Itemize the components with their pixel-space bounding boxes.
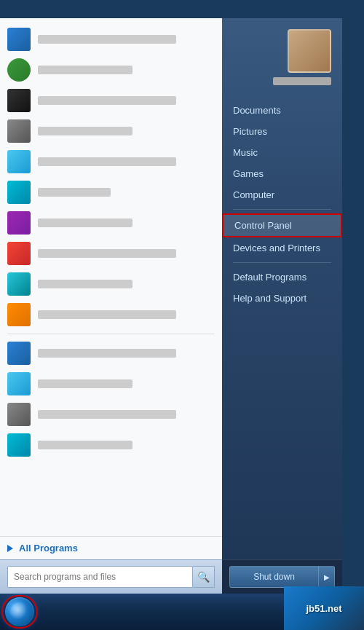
program-label — [38, 66, 132, 74]
start-orb-inner — [10, 602, 29, 621]
list-item[interactable] — [0, 208, 222, 238]
start-orb[interactable] — [4, 596, 36, 628]
program-label — [38, 96, 176, 105]
shutdown-button[interactable]: Shut down — [229, 566, 319, 588]
list-item[interactable] — [0, 55, 222, 85]
list-item[interactable] — [0, 338, 222, 369]
right-item-devices[interactable]: Devices and Printers — [222, 237, 342, 259]
right-item-help[interactable]: Help and Support — [222, 288, 342, 309]
program-icon — [7, 150, 31, 173]
program-label — [38, 188, 111, 197]
right-item-games[interactable]: Games — [222, 163, 342, 184]
list-item[interactable] — [0, 146, 222, 177]
program-label — [38, 218, 132, 227]
program-icon — [7, 58, 31, 82]
program-label — [38, 157, 176, 166]
program-label — [38, 127, 132, 135]
list-item[interactable] — [0, 85, 222, 116]
search-button[interactable]: 🔍 — [193, 566, 215, 588]
program-label — [38, 249, 176, 258]
right-item-default[interactable]: Default Programs — [222, 267, 342, 288]
program-icon — [7, 242, 31, 265]
divider — [7, 334, 215, 334]
list-item[interactable] — [0, 177, 222, 208]
user-area — [222, 18, 342, 92]
program-label — [38, 35, 176, 44]
start-button[interactable] — [0, 594, 39, 630]
right-item-pictures[interactable]: Pictures — [222, 121, 342, 142]
list-item[interactable] — [0, 299, 222, 330]
list-item[interactable] — [0, 269, 222, 299]
right-divider — [233, 209, 331, 210]
program-label — [38, 349, 176, 358]
all-programs-label: All Programs — [19, 543, 78, 554]
start-menu: All Programs 🔍 Documents Pictures Music … — [0, 18, 342, 594]
program-label — [38, 310, 176, 319]
watermark: jb51.net — [284, 586, 364, 630]
right-item-music[interactable]: Music — [222, 142, 342, 163]
program-icon — [7, 28, 31, 51]
avatar — [288, 29, 331, 73]
right-item-computer[interactable]: Computer — [222, 184, 342, 205]
list-item[interactable] — [0, 399, 222, 430]
start-menu-body: All Programs 🔍 Documents Pictures Music … — [0, 18, 342, 594]
right-item-documents[interactable]: Documents — [222, 100, 342, 121]
all-programs-arrow-icon — [7, 545, 13, 552]
program-label — [38, 441, 132, 449]
search-bar: 🔍 — [0, 559, 222, 594]
program-label — [38, 280, 132, 288]
watermark-text: jb51.net — [306, 603, 341, 614]
list-item[interactable] — [0, 369, 222, 399]
program-icon — [7, 211, 31, 235]
program-icon — [7, 119, 31, 143]
list-item[interactable] — [0, 24, 222, 55]
program-icon — [7, 342, 31, 365]
program-icon — [7, 181, 31, 204]
program-icon — [7, 372, 31, 395]
username — [273, 77, 331, 85]
shutdown-arrow-button[interactable]: ▶ — [319, 566, 335, 588]
right-divider-2 — [233, 262, 331, 263]
all-programs-button[interactable]: All Programs — [0, 536, 222, 559]
program-icon — [7, 403, 31, 426]
program-label — [38, 379, 132, 388]
program-icon — [7, 272, 31, 296]
program-icon — [7, 433, 31, 457]
program-label — [38, 410, 176, 419]
program-icon — [7, 89, 31, 112]
list-item[interactable] — [0, 238, 222, 269]
list-item[interactable] — [0, 116, 222, 146]
right-item-control-panel[interactable]: Control Panel — [222, 213, 342, 237]
right-menu: Documents Pictures Music Games Computer … — [222, 92, 342, 559]
search-input[interactable] — [7, 566, 193, 588]
program-icon — [7, 303, 31, 326]
right-panel: Documents Pictures Music Games Computer … — [222, 18, 342, 594]
left-panel: All Programs 🔍 — [0, 18, 222, 594]
programs-list — [0, 18, 222, 536]
list-item[interactable] — [0, 430, 222, 460]
